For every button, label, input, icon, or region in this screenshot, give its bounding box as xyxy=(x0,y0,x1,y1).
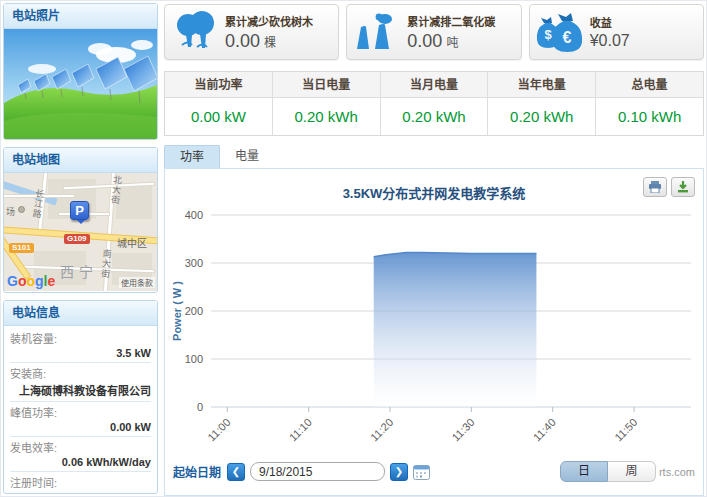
map-panel: 电站地图 场 长江路 北大街 南大街 城中区 xyxy=(3,147,158,293)
card-value: 0.00 xyxy=(407,31,442,52)
stat-value: 0.20 kWh xyxy=(273,98,380,135)
map-transit-icon xyxy=(18,206,25,213)
info-value: 九月.18,2015 xyxy=(10,491,151,494)
station-info-list: 装机容量:3.5 kW安装商:上海硕博科教设备有限公司峰值功率:0.00 kW发… xyxy=(4,326,157,494)
map-label-city: 西宁 xyxy=(60,261,98,281)
svg-text:0: 0 xyxy=(197,401,203,413)
google-logo[interactable]: Google xyxy=(7,273,55,289)
map-label-south-street: 南大街 xyxy=(99,249,114,280)
trees-icon xyxy=(165,11,225,53)
info-value: 上海硕博科教设备有限公司 xyxy=(10,382,151,398)
chart-tabs: 功率 电量 xyxy=(164,145,704,168)
print-icon xyxy=(648,181,662,193)
info-row: 装机容量:3.5 kW xyxy=(10,328,151,363)
stat-value: 0.20 kWh xyxy=(381,98,488,135)
print-button[interactable] xyxy=(643,177,667,197)
info-panel-title: 电站信息 xyxy=(4,301,157,326)
map-label-district: 城中区 xyxy=(117,235,147,250)
card-unit: 棵 xyxy=(264,33,276,50)
svg-text:200: 200 xyxy=(185,305,203,317)
card-revenue: $ € 收益 ¥0.07 xyxy=(529,4,704,60)
download-button[interactable] xyxy=(671,177,695,197)
map-badge-s101: S101 xyxy=(9,243,34,253)
stats-table: 当前功率0.00 kW当日电量0.20 kWh当月电量0.20 kWh当年电量0… xyxy=(164,71,704,136)
map-station-marker[interactable]: P xyxy=(70,201,89,220)
info-label: 发电效率: xyxy=(10,439,151,455)
info-row: 安装商:上海硕博科教设备有限公司 xyxy=(10,363,151,402)
stat-cell: 当月电量0.20 kWh xyxy=(381,72,489,135)
euro-symbol: € xyxy=(562,29,571,46)
calendar-icon xyxy=(413,464,430,480)
card-co2-reduced: 累计减排二氧化碳 0.00吨 xyxy=(346,4,521,60)
prev-date-button[interactable]: ❮ xyxy=(227,463,245,481)
cooling-towers-icon xyxy=(347,11,407,53)
stat-value: 0.20 kWh xyxy=(488,98,595,135)
stat-cell: 当日电量0.20 kWh xyxy=(273,72,381,135)
photo-panel-title: 电站照片 xyxy=(4,4,157,29)
date-toolbar: 起始日期 ❮ ❯ 日 周 rts.com xyxy=(165,453,703,490)
card-value: ¥0.07 xyxy=(590,32,630,50)
info-label: 安装商: xyxy=(10,365,151,381)
svg-text:Power ( W ): Power ( W ) xyxy=(171,281,183,341)
stat-cell: 总电量0.10 kWh xyxy=(596,72,703,135)
info-value: 0.00 kW xyxy=(10,421,151,433)
map-label-square: 场 xyxy=(6,205,15,218)
stat-label: 总电量 xyxy=(596,72,703,98)
info-value: 3.5 kW xyxy=(10,347,151,359)
svg-text:11:30: 11:30 xyxy=(449,416,476,443)
stat-cell: 当前功率0.00 kW xyxy=(165,72,273,135)
map-badge-g109: G109 xyxy=(64,234,90,244)
stat-label: 当前功率 xyxy=(165,72,272,98)
info-label: 注册时间: xyxy=(10,474,151,490)
tab-energy[interactable]: 电量 xyxy=(220,145,274,168)
chart-panel: 3.5KW分布式并网发电教学系统 xyxy=(164,168,704,496)
main-area: 累计减少砍伐树木 0.00棵 累计减排二氧化碳 0.00吨 xyxy=(164,4,704,496)
sidebar: 电站照片 xyxy=(3,3,158,496)
stat-value: 0.10 kWh xyxy=(596,98,703,135)
svg-text:100: 100 xyxy=(185,353,203,365)
chart-watermark: rts.com xyxy=(659,466,695,478)
chart-title: 3.5KW分布式并网发电教学系统 xyxy=(165,169,703,202)
photo-panel: 电站照片 xyxy=(3,3,158,140)
svg-text:11:40: 11:40 xyxy=(531,416,558,443)
station-map[interactable]: 场 长江路 北大街 南大街 城中区 G109 S101 P 西宁 Google … xyxy=(4,173,157,291)
info-label: 装机容量: xyxy=(10,330,151,346)
card-unit: 吨 xyxy=(446,33,458,50)
download-icon xyxy=(677,181,689,193)
pv-dashboard: 电站照片 xyxy=(0,0,707,497)
svg-text:11:20: 11:20 xyxy=(368,416,395,443)
map-terms-link[interactable]: 使用条款 xyxy=(119,277,155,288)
svg-text:11:00: 11:00 xyxy=(205,416,232,443)
dollar-symbol: $ xyxy=(544,27,552,42)
power-area-chart: 010020030040011:0011:1011:2011:3011:4011… xyxy=(167,203,701,453)
tab-power[interactable]: 功率 xyxy=(164,145,220,168)
money-bags-icon: $ € xyxy=(530,10,590,54)
summary-cards: 累计减少砍伐树木 0.00棵 累计减排二氧化碳 0.00吨 xyxy=(164,4,704,60)
card-value: 0.00 xyxy=(225,31,260,52)
next-date-button[interactable]: ❯ xyxy=(390,463,408,481)
calendar-button[interactable] xyxy=(413,464,430,480)
card-label: 累计减排二氧化碳 xyxy=(407,13,495,29)
start-date-label: 起始日期 xyxy=(173,463,221,480)
info-row: 峰值功率:0.00 kW xyxy=(10,402,151,437)
svg-text:11:10: 11:10 xyxy=(287,416,314,443)
chart-titlebar: 3.5KW分布式并网发电教学系统 xyxy=(165,169,703,203)
stat-label: 当月电量 xyxy=(381,72,488,98)
stat-cell: 当年电量0.20 kWh xyxy=(488,72,596,135)
card-label: 累计减少砍伐树木 xyxy=(225,13,313,29)
info-panel: 电站信息 装机容量:3.5 kW安装商:上海硕博科教设备有限公司峰值功率:0.0… xyxy=(3,300,158,494)
start-date-input[interactable] xyxy=(250,462,385,481)
info-row: 注册时间:九月.18,2015 xyxy=(10,472,151,494)
info-label: 峰值功率: xyxy=(10,404,151,420)
map-panel-title: 电站地图 xyxy=(4,148,157,173)
day-view-button[interactable]: 日 xyxy=(560,461,608,482)
info-value: 0.06 kWh/kW/day xyxy=(10,456,151,468)
week-view-button[interactable]: 周 xyxy=(608,461,656,482)
card-label: 收益 xyxy=(590,14,630,30)
svg-text:11:50: 11:50 xyxy=(612,416,639,443)
station-photo xyxy=(4,29,157,139)
card-trees-saved: 累计减少砍伐树木 0.00棵 xyxy=(164,4,339,60)
map-label-changjiang-road: 长江路 xyxy=(30,188,47,220)
svg-text:300: 300 xyxy=(185,257,203,269)
stat-value: 0.00 kW xyxy=(165,98,272,135)
